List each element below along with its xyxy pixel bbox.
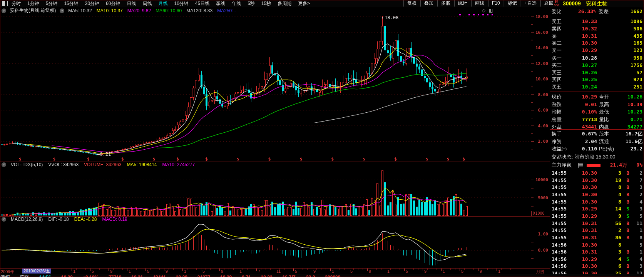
- buy-price: 10.27: [569, 62, 597, 69]
- sell-label: 卖三: [552, 33, 562, 40]
- transaction-row[interactable]: 14:5510.3156B11: [550, 220, 644, 227]
- toolbar-button-画线[interactable]: 画线: [471, 0, 488, 7]
- tab-period-60分钟[interactable]: 60分钟: [106, 0, 120, 7]
- ma-legend-item: MA5: 10.32: [68, 8, 92, 13]
- sell-label: 卖一: [552, 47, 562, 54]
- date-tick: 1: [73, 269, 75, 274]
- tx-direction: B: [624, 220, 629, 227]
- transaction-row[interactable]: 14:5510.2914S3: [550, 205, 644, 212]
- sell-price: 10.31: [569, 33, 597, 40]
- tab-period-周线[interactable]: 周线: [142, 0, 152, 7]
- macd-pane-header: ˅ MACD(12,26,9)DIF: -0.18DEA: -0.28MACD:…: [0, 217, 529, 222]
- toolbar-button-+自选[interactable]: +自选: [521, 0, 540, 7]
- ticker-item: 10.30: [61, 275, 73, 277]
- tab-period-日线[interactable]: 日线: [127, 0, 136, 7]
- ticker-item: 涨幅: [1, 275, 10, 277]
- transaction-row[interactable]: 14:5610.294S4: [550, 256, 644, 263]
- tx-price: 10.30: [570, 199, 597, 205]
- toolbar-button-多股[interactable]: 多股: [437, 0, 454, 7]
- chart-title: 安科生物(月线.前复权): [10, 7, 56, 14]
- sell-price: 10.33: [569, 18, 597, 25]
- tab-period-月线[interactable]: 月线: [158, 0, 167, 7]
- chevron-circle-icon[interactable]: ˅: [60, 8, 64, 13]
- sell-level-row[interactable]: 卖五10.331096: [550, 18, 644, 25]
- collapse-circle-icon[interactable]: ˅: [2, 8, 6, 13]
- toolbar-button-标记[interactable]: 标记: [504, 0, 521, 7]
- toolbar-button-叠加[interactable]: 叠加: [420, 0, 437, 7]
- transaction-row[interactable]: 14:5610.3085: [550, 242, 644, 249]
- macd-legend: MACD(12,26,9)DIF: -0.18DEA: -0.28MACD: 0…: [11, 217, 127, 222]
- quote-value: 77718: [570, 116, 597, 123]
- tab-period-15秒[interactable]: 15秒: [261, 0, 271, 7]
- quote-row: 收益㈠0.110PE(动)23.2: [550, 145, 644, 152]
- sell-level-row[interactable]: 卖一10.29123: [550, 47, 644, 54]
- toolbar-button-F10[interactable]: F10: [488, 0, 504, 7]
- tx-direction: S: [624, 256, 629, 263]
- tx-count: 8: [630, 234, 642, 241]
- window-icon[interactable]: [2, 1, 8, 6]
- tx-count: 3: [630, 263, 642, 270]
- tx-volume: 4: [600, 256, 621, 263]
- transaction-row[interactable]: 14:5510.303B2: [550, 170, 644, 177]
- price-axis-label: 12.00: [530, 61, 548, 66]
- sell-level-row[interactable]: 卖二10.30165: [550, 40, 644, 47]
- tab-period-45日线[interactable]: 45日线: [195, 0, 209, 7]
- main-net-bar: [587, 164, 601, 167]
- tab-period-更多>[interactable]: 更多>: [298, 0, 310, 7]
- tab-period-5秒[interactable]: 5秒: [248, 0, 255, 7]
- buy-level-row[interactable]: 买五10.24251: [550, 83, 644, 90]
- toolbar-button-统计[interactable]: 统计: [454, 0, 471, 7]
- price-axis-label: 16.00: [530, 30, 548, 35]
- transaction-row[interactable]: 14:5610.306B3: [550, 263, 644, 270]
- quote-label: 最高: [599, 101, 609, 108]
- collapse-circle-icon[interactable]: ˅: [2, 217, 6, 222]
- buy-level-row[interactable]: 买三10.2657: [550, 69, 644, 76]
- tab-period-分时[interactable]: 分时: [12, 0, 21, 7]
- tab-period-1分钟[interactable]: 1分钟: [27, 0, 39, 7]
- transaction-row[interactable]: 14:5510.3019B7: [550, 177, 644, 184]
- volume-legend-item: MA10: 2745277: [162, 162, 195, 167]
- tx-time: 14:55: [552, 220, 567, 227]
- date-tick: 9: [480, 269, 482, 274]
- tab-period-多周期[interactable]: 多周期: [278, 0, 291, 7]
- tx-count: 2: [630, 170, 642, 177]
- toolbar-button-复权[interactable]: 复权: [403, 0, 420, 7]
- tab-period-15分钟[interactable]: 15分钟: [64, 0, 78, 7]
- tab-period-5分钟[interactable]: 5分钟: [46, 0, 58, 7]
- transaction-row[interactable]: 14:5510.312B1: [550, 227, 644, 234]
- main-net-row[interactable]: 主力净额 21.4万 0%: [550, 162, 644, 169]
- tx-price: 10.29: [570, 205, 597, 212]
- transaction-row[interactable]: 14:5510.3186B8: [550, 234, 644, 241]
- tx-price: 10.30: [570, 177, 597, 184]
- chart-corner-icons[interactable]: ◇◧: [482, 8, 496, 13]
- sell-level-row[interactable]: 卖三10.31435: [550, 33, 644, 40]
- tab-period-季线[interactable]: 季线: [216, 0, 225, 7]
- buy-level-row[interactable]: 买四10.25973: [550, 76, 644, 83]
- date-tick: 9: [221, 269, 223, 274]
- quote-row: 总量77718量比0.71: [550, 116, 644, 123]
- tab-period-年线[interactable]: 年线: [232, 0, 241, 7]
- tx-count: 3: [630, 184, 642, 191]
- tx-direction: B: [624, 199, 629, 205]
- transaction-row[interactable]: 14:5610.313B1: [550, 249, 644, 255]
- quote-value: 0.01: [570, 101, 597, 108]
- transaction-row[interactable]: 14:5510.304B2: [550, 191, 644, 198]
- collapse-circle-icon[interactable]: ˅: [2, 162, 6, 167]
- tx-price: 10.31: [570, 234, 597, 241]
- list-icon[interactable]: [578, 163, 583, 168]
- macd-axis-label: 1.00: [530, 232, 548, 237]
- date-axis[interactable]: 1591591591711591591591591: [0, 269, 531, 274]
- tab-period-10分钟[interactable]: 10分钟: [174, 0, 188, 7]
- transaction-row[interactable]: 14:5510.299S5: [550, 213, 644, 220]
- date-tick: 5: [406, 269, 408, 274]
- sell-level-row[interactable]: 卖四10.32506: [550, 25, 644, 32]
- transaction-row[interactable]: 14:5510.308B4: [550, 199, 644, 205]
- tab-period-30分钟[interactable]: 30分钟: [85, 0, 99, 7]
- buy-price: 10.26: [569, 69, 597, 76]
- quote-value: 10.23: [616, 108, 642, 115]
- transaction-row[interactable]: 14:5510.308B3: [550, 184, 644, 191]
- buy-level-row[interactable]: 买二10.271756: [550, 62, 644, 69]
- quote-label: 净资: [552, 138, 562, 145]
- tx-direction: B: [624, 227, 629, 234]
- buy-level-row[interactable]: 买一10.28950: [550, 55, 644, 62]
